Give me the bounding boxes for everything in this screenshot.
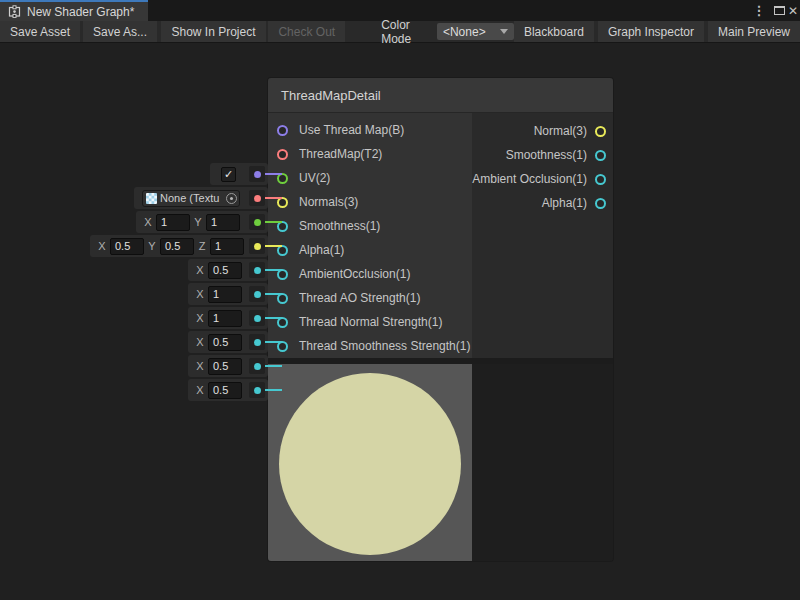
number-field-smoothness[interactable]: 0.5 (208, 262, 242, 279)
widget-uv: X 1 Y 1 (136, 211, 268, 233)
port-connector-well (249, 214, 265, 230)
axis-label: X (196, 360, 204, 372)
color-mode-dropdown[interactable]: <None> (437, 23, 514, 40)
save-asset-button[interactable]: Save Asset (0, 21, 80, 42)
object-picker-icon[interactable] (226, 193, 237, 204)
node-body: Use Thread Map(B) ThreadMap(T2) UV(2) No… (268, 113, 613, 358)
check-out-button: Check Out (268, 21, 345, 42)
widget-alpha: X 1 (188, 283, 268, 305)
input-port-label: UV(2) (299, 171, 330, 185)
input-port-label: Normals(3) (299, 195, 358, 209)
axis-label: X (196, 312, 204, 324)
texture-object-field[interactable]: None (Textu (142, 190, 240, 207)
widget-thread-normal-strength: X 0.5 (188, 355, 268, 377)
port-connector-well (249, 262, 265, 278)
output-port-label: Smoothness(1) (506, 148, 587, 162)
axis-label: X (196, 384, 204, 396)
input-port-label: Thread Normal Strength(1) (299, 315, 442, 329)
port-dot (254, 315, 261, 322)
port-connector-well (249, 286, 265, 302)
use-thread-map-checkbox[interactable]: ✓ (221, 167, 236, 182)
axis-label: Z (198, 240, 206, 252)
input-port-label: Thread AO Strength(1) (299, 291, 420, 305)
port-connector-well (249, 166, 265, 182)
close-icon[interactable]: ✕ (786, 0, 800, 21)
node-header[interactable]: ThreadMapDetail (268, 78, 613, 113)
port-dot (254, 339, 261, 346)
widget-normals: X 0.5 Y 0.5 Z 1 (90, 235, 268, 257)
input-port-threadmap[interactable] (277, 149, 288, 160)
output-port-normal[interactable] (595, 126, 606, 137)
port-dot (254, 219, 261, 226)
widget-use-thread-map: ✓ (210, 163, 268, 185)
output-port-row: Normal(3) (472, 119, 613, 143)
graph-inspector-button[interactable]: Graph Inspector (598, 21, 704, 42)
axis-label: X (98, 240, 106, 252)
output-port-label: Alpha(1) (542, 196, 587, 210)
node-preview (268, 364, 613, 561)
preview-empty-area (472, 364, 613, 561)
port-connector-well (249, 382, 265, 398)
axis-label: X (144, 216, 152, 228)
input-port-label: Thread Smoothness Strength(1) (299, 339, 470, 353)
number-field-normals-z[interactable]: 1 (210, 238, 244, 255)
output-port-ambient-occlusion[interactable] (595, 174, 606, 185)
axis-label: X (196, 336, 204, 348)
tab-title: New Shader Graph* (27, 5, 134, 19)
input-port-label: AmbientOcclusion(1) (299, 267, 410, 281)
input-port-use-thread-map[interactable] (277, 125, 288, 136)
show-in-project-button[interactable]: Show In Project (161, 21, 265, 42)
input-port-row: Use Thread Map(B) (268, 118, 472, 142)
port-dot (254, 171, 261, 178)
blackboard-button[interactable]: Blackboard (514, 21, 594, 42)
input-port-label: Use Thread Map(B) (299, 123, 404, 137)
port-dot (254, 267, 261, 274)
texture-field-value: None (Textu (160, 192, 223, 204)
node-threadmapdetail[interactable]: ThreadMapDetail Use Thread Map(B) Thread… (268, 78, 613, 561)
output-port-smoothness[interactable] (595, 150, 606, 161)
number-field-uv-y[interactable]: 1 (206, 214, 240, 231)
shader-graph-window: New Shader Graph* ⋮ ✕ Save Asset Save As… (0, 0, 800, 600)
node-output-column: Normal(3) Smoothness(1) Ambient Occlusio… (472, 113, 613, 358)
main-preview-button[interactable]: Main Preview (708, 21, 800, 42)
port-dot (254, 291, 261, 298)
number-field-thread-normal-strength[interactable]: 0.5 (208, 358, 242, 375)
save-as-button[interactable]: Save As... (83, 21, 157, 42)
output-port-row: Alpha(1) (472, 191, 613, 215)
shader-graph-icon (8, 5, 21, 18)
input-port-label: Smoothness(1) (299, 219, 380, 233)
port-connector-well (249, 190, 265, 206)
number-field-normals-x[interactable]: 0.5 (110, 238, 144, 255)
output-port-alpha[interactable] (595, 198, 606, 209)
tab-new-shader-graph[interactable]: New Shader Graph* (0, 0, 148, 21)
number-field-thread-ao-strength[interactable]: 0.5 (208, 334, 242, 351)
number-field-uv-x[interactable]: 1 (156, 214, 190, 231)
number-field-ambientocclusion[interactable]: 1 (208, 310, 242, 327)
input-port-row: Smoothness(1) (268, 214, 472, 238)
port-connector-well (249, 334, 265, 350)
maximize-icon[interactable] (772, 0, 786, 21)
input-port-label: ThreadMap(T2) (299, 147, 382, 161)
preview-sphere (279, 373, 461, 555)
axis-label: Y (194, 216, 202, 228)
axis-label: X (196, 288, 204, 300)
preview-viewport (268, 364, 472, 561)
widget-thread-smoothness-strength: X 0.5 (188, 379, 268, 401)
input-port-row: Normals(3) (268, 190, 472, 214)
node-input-column: Use Thread Map(B) ThreadMap(T2) UV(2) No… (268, 113, 472, 358)
input-port-row: Thread Normal Strength(1) (268, 310, 472, 334)
color-mode-label: Color Mode (377, 21, 431, 42)
input-port-row: AmbientOcclusion(1) (268, 262, 472, 286)
widget-threadmap: None (Textu (134, 187, 268, 209)
output-port-label: Ambient Occlusion(1) (472, 172, 587, 186)
output-port-row: Smoothness(1) (472, 143, 613, 167)
port-connector-well (249, 238, 265, 254)
input-port-row: Alpha(1) (268, 238, 472, 262)
number-field-normals-y[interactable]: 0.5 (160, 238, 194, 255)
number-field-alpha[interactable]: 1 (208, 286, 242, 303)
menu-icon[interactable]: ⋮ (752, 0, 766, 21)
port-dot (254, 243, 261, 250)
graph-canvas[interactable]: ThreadMapDetail Use Thread Map(B) Thread… (0, 43, 800, 600)
number-field-thread-smoothness-strength[interactable]: 0.5 (208, 382, 242, 399)
port-dot (254, 387, 261, 394)
